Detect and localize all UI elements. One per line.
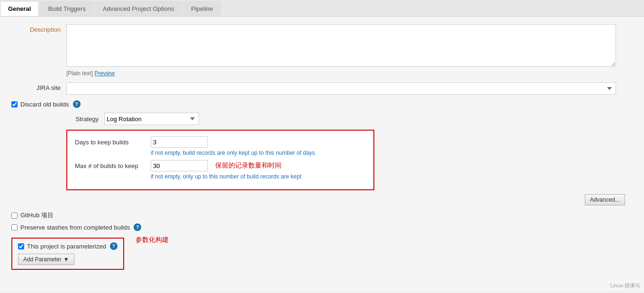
preserve-stashes-help-icon[interactable]: ? [134, 223, 141, 231]
preserve-stashes-label[interactable]: Preserve stashes from completed builds [20, 224, 130, 231]
max-builds-row: Max # of builds to keep 30 保留的记录数量和时间 [75, 160, 366, 171]
tab-bar: General Build Triggers Advanced Project … [0, 0, 644, 17]
discard-old-builds-row: Discard old builds ? [9, 100, 635, 108]
days-to-keep-label: Days to keep builds [75, 139, 151, 146]
discard-help-icon[interactable]: ? [73, 100, 81, 108]
github-project-row: GitHub 项目 [9, 211, 635, 220]
preserve-stashes-checkbox[interactable] [11, 224, 18, 231]
max-builds-label: Max # of builds to keep [75, 162, 151, 169]
plain-text-links: [Plain text] Preview [66, 70, 635, 77]
parameterized-box: This project is parameterized ? Add Para… [11, 238, 124, 270]
days-to-keep-row: Days to keep builds 3 [75, 136, 366, 148]
max-builds-annotation: 保留的记录数量和时间 [215, 161, 281, 170]
days-to-keep-hint: if not empty, build records are only kep… [75, 150, 366, 156]
max-builds-hint: if not empty, only up to this number of … [75, 173, 366, 180]
description-control-wrap: [Plain text] Preview [66, 24, 635, 77]
jira-site-select[interactable] [66, 82, 616, 95]
description-label: Description [9, 24, 66, 33]
strategy-select[interactable]: Log Rotation [104, 113, 199, 125]
preview-link[interactable]: Preview [94, 70, 115, 77]
main-content: Description [Plain text] Preview JIRA si… [0, 17, 644, 291]
add-parameter-row: Add Parameter ▼ [18, 254, 118, 265]
jira-site-label: JIRA site [9, 82, 66, 91]
parameterized-help-icon[interactable]: ? [110, 242, 118, 250]
retention-box: Days to keep builds 3 if not empty, buil… [66, 130, 374, 190]
watermark: Linux-授课马 [610, 282, 640, 289]
github-project-label[interactable]: GitHub 项目 [20, 211, 54, 220]
advanced-btn-row: Advanced... [9, 194, 635, 205]
plain-text-label[interactable]: [Plain text] [66, 70, 93, 77]
tab-advanced-project-options[interactable]: Advanced Project Options [95, 1, 182, 16]
discard-old-builds-checkbox[interactable] [11, 101, 18, 107]
max-builds-input[interactable]: 30 [151, 160, 208, 171]
days-to-keep-input[interactable]: 3 [151, 136, 208, 148]
strategy-label: Strategy [66, 115, 104, 123]
jira-site-row: JIRA site [9, 82, 635, 95]
description-row: Description [Plain text] Preview [9, 24, 635, 77]
github-project-checkbox[interactable] [11, 213, 18, 219]
parameterized-annotation: 参数化构建 [136, 236, 169, 244]
jira-site-wrap [66, 82, 635, 95]
strategy-row: Strategy Log Rotation [9, 113, 635, 125]
parameterized-checkbox[interactable] [18, 243, 24, 249]
description-textarea[interactable] [66, 24, 616, 67]
add-parameter-label: Add Parameter [23, 256, 62, 263]
parameterized-row: This project is parameterized ? [18, 242, 118, 250]
parameterized-section: This project is parameterized ? Add Para… [9, 236, 635, 270]
add-parameter-arrow: ▼ [63, 256, 69, 263]
discard-old-builds-label[interactable]: Discard old builds [20, 101, 69, 108]
tab-build-triggers[interactable]: Build Triggers [40, 1, 93, 16]
preserve-stashes-row: Preserve stashes from completed builds ? [9, 223, 635, 231]
advanced-button[interactable]: Advanced... [585, 194, 625, 205]
parameterized-label[interactable]: This project is parameterized [27, 243, 106, 250]
tab-general[interactable]: General [0, 1, 39, 16]
tab-pipeline[interactable]: Pipeline [183, 1, 221, 16]
add-parameter-button[interactable]: Add Parameter ▼ [18, 254, 74, 265]
